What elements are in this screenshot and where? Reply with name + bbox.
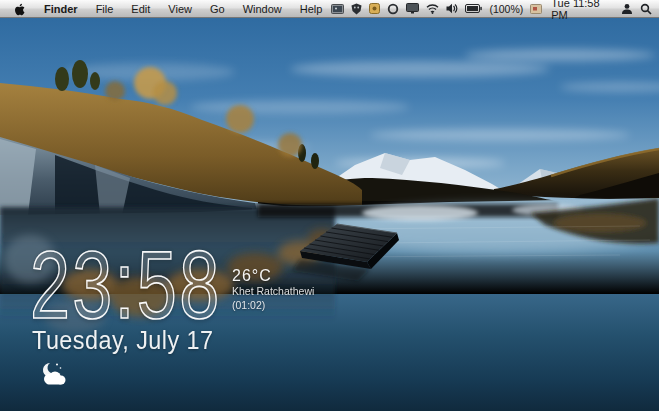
shield-icon[interactable] [351,0,362,17]
display-icon[interactable] [406,0,419,17]
battery-icon[interactable] [465,0,482,17]
widget-temperature: 26°C [232,267,314,285]
screen-preview-icon[interactable] [331,0,344,17]
user-icon[interactable] [621,0,633,17]
apple-menu[interactable] [0,0,35,17]
spotlight-search-icon[interactable] [640,0,652,17]
menu-bar-status-area: (100%) Tue 11:58 PM [331,0,659,17]
menu-help[interactable]: Help [291,0,332,17]
widget-weather-info: 26°C Khet Ratchathewi (01:02) [232,267,314,312]
volume-icon[interactable] [446,0,458,17]
input-source-flag-icon[interactable] [530,0,542,17]
widget-secondary-time: (01:02) [232,299,314,313]
widget-date: Tuesday, July 17 [32,325,213,356]
menu-window[interactable]: Window [234,0,291,17]
night-partly-cloudy-icon [38,361,70,391]
menu-bar-left: Finder File Edit View Go Window Help [0,0,331,17]
wifi-icon[interactable] [426,0,439,17]
battery-percentage[interactable]: (100%) [489,3,523,15]
clock-widget: 23:58 26°C Khet Ratchathewi (01:02) Tues… [30,237,450,407]
sync-ring-icon[interactable] [387,0,399,17]
menu-finder[interactable]: Finder [35,0,87,17]
menu-bar: Finder File Edit View Go Window Help [0,0,659,18]
widget-time: 23:58 [30,237,221,333]
app-badge-icon[interactable] [369,0,380,17]
menu-go[interactable]: Go [201,0,234,17]
menu-view[interactable]: View [159,0,201,17]
desktop-screen: Finder File Edit View Go Window Help [0,0,659,411]
widget-location: Khet Ratchathewi [232,285,314,299]
apple-logo-icon [12,2,25,16]
menu-file[interactable]: File [87,0,123,17]
menu-edit[interactable]: Edit [122,0,159,17]
menu-bar-clock[interactable]: Tue 11:58 PM [549,0,614,21]
